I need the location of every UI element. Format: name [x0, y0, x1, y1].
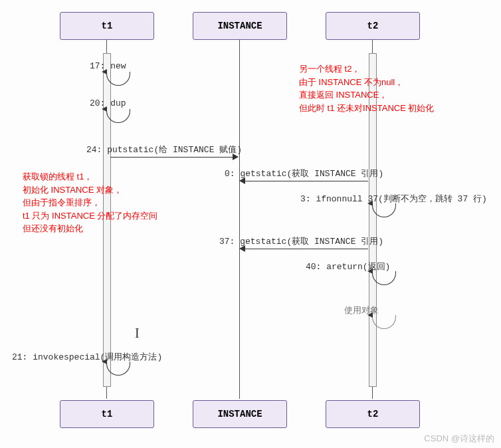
note-line: 直接返回 INSTANCE，: [299, 88, 434, 102]
sequence-diagram: t1 INSTANCE t2 17: new 20: dup 另一个线程 t2，…: [0, 0, 501, 448]
msg-getstatic0: 0: getstatic(获取 INSTANCE 引用): [225, 168, 383, 179]
participant-t2-top: t2: [326, 12, 420, 40]
note-line: 但还没有初始化: [23, 222, 157, 235]
note-line: 获取锁的线程 t1，: [23, 170, 157, 183]
participant-t1-top: t1: [60, 12, 154, 40]
msg-invokespecial: 21: invokespecial(调用构造方法): [12, 351, 162, 363]
arrow-head-getstatic37: [239, 245, 245, 252]
participant-instance-bottom: INSTANCE: [193, 400, 287, 428]
lifeline-instance: [239, 40, 240, 399]
note-right: 另一个线程 t2， 由于 INSTANCE 不为null， 直接返回 INSTA…: [299, 62, 434, 114]
arrow-getstatic37: [245, 249, 368, 249]
text-cursor-icon: I: [135, 326, 140, 341]
note-line: 初始化 INSTANCE 对象，: [23, 183, 157, 197]
msg-putstatic: 24: putstatic(给 INSTANCE 赋值): [86, 144, 242, 156]
participant-label: t1: [102, 21, 113, 31]
arrow-putstatic: [110, 157, 233, 158]
participant-label: t2: [367, 409, 379, 419]
participant-label: t2: [367, 21, 379, 31]
participant-label: INSTANCE: [217, 409, 262, 419]
watermark: CSDN @诗这样的: [424, 433, 494, 445]
note-line: 另一个线程 t2，: [299, 62, 434, 76]
participant-label: t1: [102, 409, 113, 419]
note-line: t1 只为 INSTANCE 分配了内存空间: [23, 209, 157, 223]
note-line: 但此时 t1 还未对INSTANCE 初始化: [299, 102, 434, 115]
participant-instance-top: INSTANCE: [193, 12, 287, 40]
note-left: 获取锁的线程 t1， 初始化 INSTANCE 对象， 但由于指令重排序， t1…: [23, 170, 157, 235]
note-line: 但由于指令重排序，: [23, 196, 157, 209]
msg-dup: 20: dup: [90, 98, 126, 108]
msg-new: 17: new: [90, 61, 126, 71]
participant-label: INSTANCE: [217, 21, 262, 31]
arrow-getstatic0: [245, 181, 368, 181]
participant-t2-bottom: t2: [326, 400, 420, 428]
note-line: 由于 INSTANCE 不为null，: [299, 76, 434, 89]
arrow-head-getstatic0: [239, 177, 245, 184]
arrow-head-putstatic: [233, 154, 239, 160]
participant-t1-bottom: t1: [60, 400, 154, 428]
